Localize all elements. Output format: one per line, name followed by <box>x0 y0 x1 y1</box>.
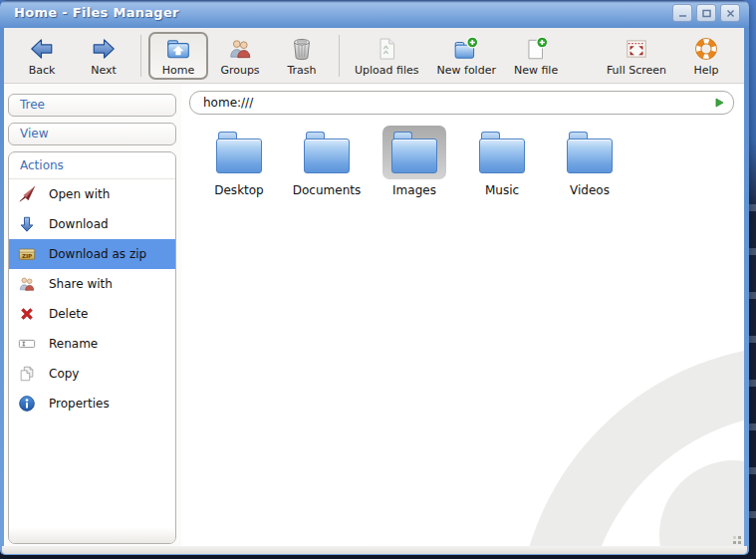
properties-icon <box>18 395 36 413</box>
back-label: Back <box>29 64 56 77</box>
action-label: Properties <box>49 397 110 411</box>
help-button[interactable]: Help <box>676 32 736 80</box>
svg-text:ZIP: ZIP <box>22 253 32 259</box>
next-button[interactable]: Next <box>74 32 133 80</box>
trash-label: Trash <box>287 64 316 77</box>
folder-desktop[interactable]: Desktop <box>195 126 283 197</box>
action-open-with[interactable]: Open with <box>9 179 175 209</box>
action-properties[interactable]: Properties <box>9 389 175 419</box>
open-with-icon <box>18 185 36 203</box>
tree-label: Tree <box>20 98 45 112</box>
new-folder-label: New folder <box>437 64 496 77</box>
folder-label: Desktop <box>214 183 264 197</box>
home-button[interactable]: Home <box>148 32 208 80</box>
close-button[interactable] <box>720 4 740 22</box>
arrow-left-icon <box>29 36 55 62</box>
arrow-right-icon <box>91 36 117 62</box>
sidebar-section-view[interactable]: View <box>8 123 176 145</box>
sidebar-section-actions: Actions Open with Download ZIP <box>8 151 176 544</box>
address-input[interactable] <box>190 96 709 110</box>
share-icon <box>18 275 36 293</box>
window-controls <box>672 4 740 22</box>
folder-documents[interactable]: Documents <box>283 126 371 197</box>
action-label: Download as zip <box>49 247 146 261</box>
back-button[interactable]: Back <box>12 32 72 80</box>
actions-panel-fade <box>9 527 175 543</box>
file-view: Desktop Documents Images Music Videos <box>181 84 744 546</box>
help-icon <box>693 36 719 62</box>
folder-label: Images <box>392 183 436 197</box>
toolbar-separator <box>140 35 141 77</box>
folder-label: Music <box>485 183 519 197</box>
action-label: Rename <box>49 337 98 351</box>
action-label: Copy <box>49 367 79 381</box>
window-bottom-frame <box>2 546 747 554</box>
new-folder-button[interactable]: New folder <box>429 32 504 80</box>
minimize-icon <box>677 9 688 18</box>
next-label: Next <box>91 64 117 77</box>
home-label: Home <box>162 64 194 77</box>
action-label: Open with <box>49 187 110 201</box>
action-label: Download <box>49 217 109 231</box>
delete-icon <box>18 305 36 323</box>
full-screen-button[interactable]: Full Screen <box>599 32 674 80</box>
folder-icon <box>567 139 613 173</box>
new-folder-icon <box>453 36 479 62</box>
actions-header[interactable]: Actions <box>9 152 175 179</box>
folder-label: Videos <box>570 183 610 197</box>
folder-icon <box>391 139 437 173</box>
action-download[interactable]: Download <box>9 209 175 239</box>
new-file-button[interactable]: New file <box>506 32 566 80</box>
folder-label: Documents <box>293 183 361 197</box>
fullscreen-icon <box>624 36 649 62</box>
close-icon <box>725 9 736 18</box>
folder-videos[interactable]: Videos <box>546 126 633 197</box>
toolbar: Back Next Home <box>4 28 744 84</box>
folder-grid: Desktop Documents Images Music Videos <box>195 126 633 197</box>
window-title: Home - Files Manager <box>14 5 179 20</box>
action-rename[interactable]: Rename <box>9 329 175 359</box>
action-copy[interactable]: Copy <box>9 359 175 389</box>
zip-icon: ZIP <box>18 245 36 263</box>
maximize-icon <box>701 9 712 18</box>
files-manager-window: Home - Files Manager Back Next <box>0 0 749 555</box>
rename-icon <box>18 335 36 353</box>
upload-files-button[interactable]: Upload files <box>347 32 427 80</box>
groups-label: Groups <box>220 64 259 77</box>
go-button[interactable] <box>709 94 729 112</box>
copy-icon <box>18 365 36 383</box>
sidebar-section-tree[interactable]: Tree <box>8 94 176 117</box>
help-label: Help <box>693 64 718 77</box>
resize-grip[interactable] <box>738 541 741 544</box>
home-folder-icon <box>165 36 191 62</box>
window-body: Back Next Home <box>4 28 744 546</box>
upload-icon <box>374 36 399 62</box>
folder-icon <box>479 139 525 173</box>
trash-button[interactable]: Trash <box>272 32 332 80</box>
folder-images[interactable]: Images <box>371 126 458 197</box>
address-bar <box>189 91 734 115</box>
titlebar[interactable]: Home - Files Manager <box>0 0 749 28</box>
download-icon <box>18 215 36 233</box>
minimize-button[interactable] <box>672 4 692 22</box>
folder-icon <box>304 139 350 173</box>
action-delete[interactable]: Delete <box>9 299 175 329</box>
action-share-with[interactable]: Share with <box>9 269 175 299</box>
folder-music[interactable]: Music <box>458 126 546 197</box>
groups-icon <box>227 36 253 62</box>
go-arrow-icon <box>713 97 725 109</box>
action-label: Share with <box>49 277 113 291</box>
folder-icon <box>216 139 262 173</box>
action-download-as-zip[interactable]: ZIP Download as zip <box>9 239 175 269</box>
maximize-button[interactable] <box>696 4 716 22</box>
new-file-icon <box>523 36 549 62</box>
groups-button[interactable]: Groups <box>210 32 270 80</box>
toolbar-separator <box>339 35 340 77</box>
full-screen-label: Full Screen <box>607 64 666 77</box>
new-file-label: New file <box>514 64 558 77</box>
view-label: View <box>20 127 48 140</box>
upload-files-label: Upload files <box>355 64 419 77</box>
trash-icon <box>289 36 315 62</box>
action-label: Delete <box>49 307 88 321</box>
